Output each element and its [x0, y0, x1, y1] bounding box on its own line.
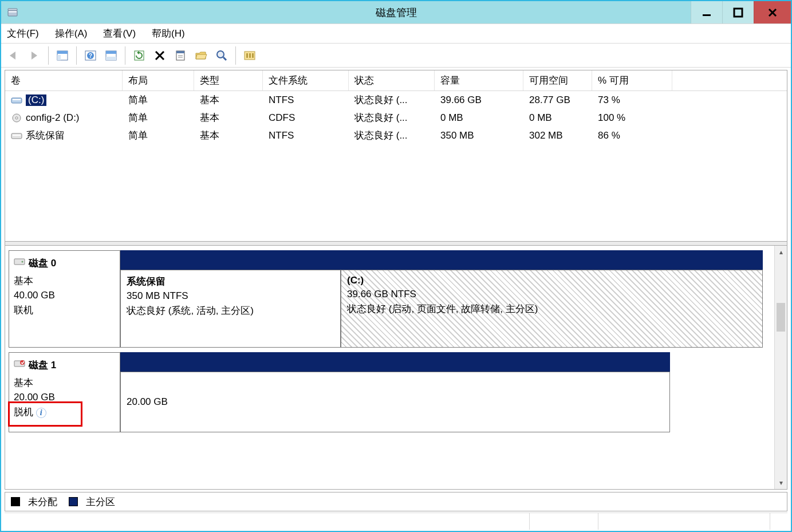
menu-file[interactable]: 文件(F) [7, 27, 39, 40]
svg-rect-4 [734, 9, 742, 17]
disk-1-size: 20.00 GB [14, 392, 115, 403]
legend: 未分配 主分区 [5, 492, 787, 511]
partition-sysreserved[interactable]: 系统保留 350 MB NTFS 状态良好 (系统, 活动, 主分区) [120, 270, 341, 348]
svg-point-36 [22, 261, 23, 263]
disk-1-name: 磁盘 1 [29, 358, 56, 372]
col-filesystem[interactable]: 文件系统 [263, 70, 349, 90]
disk-0-type: 基本 [14, 274, 115, 287]
svg-rect-28 [252, 53, 254, 58]
svg-rect-3 [703, 14, 711, 16]
menu-help[interactable]: 帮助(H) [152, 27, 185, 40]
zoom-button[interactable] [212, 46, 231, 65]
disk-1-partitions: 20.00 GB [120, 352, 763, 432]
disk-1-state: 脱机 i [14, 405, 115, 419]
title-bar[interactable]: 磁盘管理 [1, 1, 791, 24]
disk-1-strip [120, 352, 670, 372]
app-icon [7, 7, 18, 18]
menu-bar: 文件(F) 操作(A) 查看(V) 帮助(H) [1, 24, 791, 44]
window-buttons [691, 1, 791, 23]
col-capacity[interactable]: 容量 [435, 70, 523, 90]
volume-row-sysreserved[interactable]: 系统保留 简单 基本 NTFS 状态良好 (... 350 MB 302 MB … [5, 127, 787, 144]
svg-rect-34 [13, 135, 21, 136]
refresh-button[interactable] [130, 46, 148, 65]
disk-1-meta[interactable]: 磁盘 1 基本 20.00 GB 脱机 i [9, 352, 120, 432]
volume-row-config2[interactable]: config-2 (D:) 简单 基本 CDFS 状态良好 (... 0 MB … [5, 109, 787, 127]
toolbar: ? [1, 44, 791, 68]
show-hide-button[interactable] [53, 46, 72, 65]
drive-icon [11, 131, 22, 140]
info-icon[interactable]: i [36, 408, 46, 418]
status-cell-1 [5, 513, 530, 530]
partition-c[interactable]: (C:) 39.66 GB NTFS 状态良好 (启动, 页面文件, 故障转储,… [341, 270, 763, 348]
col-status[interactable]: 状态 [349, 70, 435, 90]
svg-rect-29 [11, 98, 22, 103]
svg-rect-26 [246, 53, 248, 58]
status-cell-3 [598, 513, 770, 530]
detail-panel-button[interactable] [102, 46, 120, 65]
disk-0-strip [120, 250, 763, 270]
legend-label-primary: 主分区 [86, 495, 115, 509]
menu-action[interactable]: 操作(A) [55, 27, 88, 40]
col-free[interactable]: 可用空间 [523, 70, 592, 90]
svg-rect-8 [57, 51, 68, 54]
disk-0-partitions: 系统保留 350 MB NTFS 状态良好 (系统, 活动, 主分区) (C:)… [120, 250, 763, 348]
minimize-button[interactable] [691, 1, 722, 23]
drive-icon [11, 96, 22, 105]
svg-rect-9 [57, 55, 61, 60]
volume-row-c[interactable]: (C:) 简单 基本 NTFS 状态良好 (... 39.66 GB 28.77… [5, 91, 787, 109]
scroll-down-icon[interactable]: ▾ [775, 476, 787, 489]
disk-row-1: 磁盘 1 基本 20.00 GB 脱机 i 20.00 GB [9, 352, 763, 432]
disk-0-name: 磁盘 0 [29, 257, 56, 270]
forward-button[interactable] [25, 46, 44, 65]
disk-offline-icon [14, 359, 25, 371]
svg-rect-15 [106, 57, 116, 60]
svg-line-24 [223, 57, 226, 60]
disk-graphical-scroll[interactable]: 磁盘 0 基本 40.00 GB 联机 系统保留 350 MB NTFS 状态良… [5, 246, 774, 489]
disk-icon [14, 257, 25, 269]
svg-rect-27 [249, 53, 251, 58]
status-bar [5, 513, 787, 530]
col-pct[interactable]: % 可用 [592, 70, 672, 90]
partition-unallocated-20gb[interactable]: 20.00 GB [120, 372, 670, 432]
open-button[interactable] [192, 46, 210, 65]
volume-name: config-2 (D:) [26, 112, 80, 124]
properties-button[interactable] [171, 46, 190, 65]
scroll-thumb[interactable] [777, 303, 785, 332]
svg-text:?: ? [89, 53, 92, 59]
disk-management-window: 磁盘管理 文件(F) 操作(A) 查看(V) 帮助(H) ? 卷 [0, 0, 792, 532]
svg-rect-33 [11, 133, 22, 139]
delete-button[interactable] [151, 46, 169, 65]
legend-swatch-unallocated [11, 497, 20, 506]
volume-list-panel: 卷 布局 类型 文件系统 状态 容量 可用空间 % 可用 (C:) 简单 基本 … [5, 70, 787, 242]
col-volume[interactable]: 卷 [5, 70, 123, 90]
volume-list-header: 卷 布局 类型 文件系统 状态 容量 可用空间 % 可用 [5, 70, 787, 91]
back-button[interactable] [5, 46, 23, 65]
window-title: 磁盘管理 [1, 6, 791, 19]
settings-button[interactable] [241, 46, 259, 65]
legend-label-unallocated: 未分配 [28, 495, 57, 509]
maximize-button[interactable] [722, 1, 754, 23]
col-type[interactable]: 类型 [194, 70, 263, 90]
menu-view[interactable]: 查看(V) [103, 27, 136, 40]
legend-swatch-primary [69, 497, 78, 506]
cd-icon [11, 113, 22, 123]
volume-name: (C:) [26, 94, 46, 106]
disk-1-type: 基本 [14, 376, 115, 389]
svg-rect-1 [9, 11, 17, 13]
scroll-up-icon[interactable]: ▴ [775, 246, 787, 258]
close-button[interactable] [754, 1, 791, 23]
volume-name: 系统保留 [26, 129, 65, 142]
disk-0-state: 联机 [14, 304, 115, 317]
volume-list-body: (C:) 简单 基本 NTFS 状态良好 (... 39.66 GB 28.77… [5, 91, 787, 241]
svg-point-32 [15, 117, 18, 119]
help-button[interactable]: ? [81, 46, 100, 65]
disk-0-meta[interactable]: 磁盘 0 基本 40.00 GB 联机 [9, 250, 120, 348]
disk-graphical-panel: 磁盘 0 基本 40.00 GB 联机 系统保留 350 MB NTFS 状态良… [5, 245, 787, 490]
col-layout[interactable]: 布局 [123, 70, 194, 90]
svg-rect-2 [8, 9, 17, 10]
status-grip[interactable] [770, 513, 787, 530]
disk-row-0: 磁盘 0 基本 40.00 GB 联机 系统保留 350 MB NTFS 状态良… [9, 250, 763, 348]
vertical-scrollbar[interactable]: ▴ ▾ [774, 246, 787, 489]
svg-rect-20 [176, 51, 184, 53]
svg-point-23 [217, 51, 224, 58]
